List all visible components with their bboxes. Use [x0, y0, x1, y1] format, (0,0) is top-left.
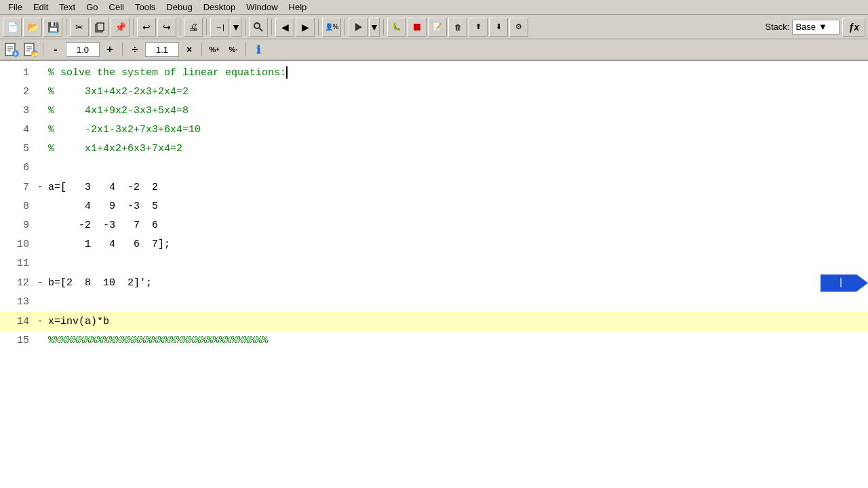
menu-window[interactable]: Window — [241, 1, 283, 13]
cut-button[interactable]: ✂ — [70, 18, 89, 37]
menu-go[interactable]: Go — [81, 1, 103, 13]
indent-dropdown[interactable]: ▼ — [231, 18, 241, 37]
stack-area: Stack: Base ▼ ƒx — [765, 18, 865, 37]
editor-line-15[interactable]: 15%%%%%%%%%%%%%%%%%%%%%%%%%%%%%%%%%%%% — [0, 331, 868, 350]
stop-icon — [412, 22, 422, 32]
editor-line-6[interactable]: 6 — [0, 159, 868, 178]
menu-file[interactable]: File — [3, 1, 28, 13]
indent-button[interactable]: →| — [210, 18, 229, 37]
line-content-8: 4 9 -3 5 — [48, 197, 868, 216]
menubar: File Edit Text Go Cell Tools Debug Deskt… — [0, 0, 868, 15]
editor-line-3[interactable]: 3% 4x1+9x2-3x3+5x4=8 — [0, 102, 868, 121]
line-number-7: 7 — [0, 178, 37, 197]
run-button[interactable] — [349, 18, 368, 37]
nav-back-button[interactable]: ◀ — [275, 18, 294, 37]
menu-tools[interactable]: Tools — [130, 1, 161, 13]
run-dropdown[interactable]: ▼ — [369, 18, 380, 37]
line-content-3: % 4x1+9x2-3x3+5x4=8 — [48, 102, 868, 121]
menu-help[interactable]: Help — [283, 1, 313, 13]
line-number-5: 5 — [0, 140, 37, 159]
separator-8 — [344, 19, 345, 35]
svg-marker-4 — [355, 23, 362, 31]
divide-button[interactable]: ÷ — [126, 41, 144, 58]
line-marker-14: - — [37, 312, 48, 331]
editor-line-4[interactable]: 4% -2x1-3x2+7x3+6x4=10 — [0, 121, 868, 140]
line-number-11: 11 — [0, 254, 37, 273]
minus-button[interactable]: - — [47, 41, 64, 58]
cell-down-button[interactable]: ⬇ — [489, 18, 508, 37]
editor-line-8[interactable]: 8 4 9 -3 5 — [0, 197, 868, 216]
editor-line-12[interactable]: 12-b=[2 8 10 2]';| — [0, 273, 868, 293]
line-number-1: 1 — [0, 64, 37, 83]
percent-minus-button[interactable]: %- — [224, 41, 242, 58]
options-button[interactable]: ⚙ — [509, 18, 528, 37]
delete-cell-button[interactable]: 🗑 — [448, 18, 467, 37]
search-button[interactable] — [249, 18, 268, 37]
new-cell-button[interactable]: 📝 — [428, 18, 447, 37]
new-file-button[interactable]: 📄 — [3, 18, 22, 37]
print-button[interactable]: 🖨 — [184, 18, 203, 37]
editor-line-2[interactable]: 2% 3x1+4x2-2x3+2x4=2 — [0, 83, 868, 102]
editor-line-1[interactable]: 1% solve the system of linear equations: — [0, 64, 868, 83]
editor-line-13[interactable]: 13 — [0, 293, 868, 312]
separator-4 — [206, 19, 207, 35]
menu-cell[interactable]: Cell — [104, 1, 130, 13]
value2-input[interactable] — [145, 42, 179, 57]
line-content-9: -2 -3 7 6 — [48, 216, 868, 235]
blue-arrow-annotation: | — [821, 274, 868, 292]
editor-line-14[interactable]: 14-x=inv(a)*b — [0, 312, 868, 331]
cell-up-button[interactable]: ⬆ — [469, 18, 488, 37]
new-script-icon: + — [4, 42, 19, 57]
open-script-button[interactable]: 📂 — [22, 41, 39, 58]
open-button[interactable]: 📂 — [23, 18, 42, 37]
fx-button[interactable]: ƒx — [842, 18, 865, 37]
info-button[interactable]: ℹ — [250, 41, 267, 58]
separator-9 — [383, 19, 384, 35]
stop-button[interactable] — [408, 18, 427, 37]
editor-line-5[interactable]: 5% x1+4x2+6x3+7x4=2 — [0, 140, 868, 159]
menu-desktop[interactable]: Desktop — [198, 1, 241, 13]
line-number-2: 2 — [0, 83, 37, 102]
open-script-icon: 📂 — [23, 42, 38, 57]
save-button[interactable]: 💾 — [43, 18, 62, 37]
svg-rect-1 — [97, 23, 104, 30]
arrow-cursor: | — [837, 277, 844, 289]
nav-fwd-button[interactable]: ▶ — [296, 18, 315, 37]
separator-7 — [318, 19, 319, 35]
editor-content: 1% solve the system of linear equations:… — [0, 61, 868, 353]
profile-button[interactable]: 👤% — [322, 18, 341, 37]
svg-point-2 — [254, 23, 260, 28]
separator-6 — [271, 19, 272, 35]
line-number-4: 4 — [0, 121, 37, 140]
line-content-7: a=[ 3 4 -2 2 — [48, 178, 868, 197]
percent-plus-button[interactable]: %+ — [205, 41, 223, 58]
svg-rect-5 — [414, 24, 420, 30]
menu-edit[interactable]: Edit — [28, 1, 54, 13]
secondary-toolbar: + 📂 - + ÷ × %+ %- ℹ — [0, 39, 868, 61]
stack-dropdown[interactable]: Base ▼ — [792, 20, 840, 35]
editor-line-11[interactable]: 11 — [0, 254, 868, 273]
stack-value: Base — [795, 22, 816, 32]
value1-input[interactable] — [66, 42, 100, 57]
editor-line-10[interactable]: 10 1 4 6 7]; — [0, 235, 868, 254]
redo-button[interactable]: ↪ — [157, 18, 176, 37]
undo-button[interactable]: ↩ — [137, 18, 156, 37]
editor-area[interactable]: 1% solve the system of linear equations:… — [0, 61, 868, 488]
plus-button[interactable]: + — [101, 41, 119, 58]
copy-icon — [94, 22, 105, 33]
copy-button[interactable] — [90, 18, 109, 37]
debug-button[interactable]: 🐛 — [387, 18, 406, 37]
line-content-4: % -2x1-3x2+7x3+6x4=10 — [48, 121, 868, 140]
tb2-separator-2 — [122, 43, 123, 56]
close-button[interactable]: × — [180, 41, 198, 58]
line-number-13: 13 — [0, 293, 37, 312]
line-number-3: 3 — [0, 102, 37, 121]
editor-line-7[interactable]: 7-a=[ 3 4 -2 2 — [0, 178, 868, 197]
new-script-button[interactable]: + — [3, 41, 20, 58]
stack-label: Stack: — [765, 22, 789, 32]
editor-line-9[interactable]: 9 -2 -3 7 6 — [0, 216, 868, 235]
menu-text[interactable]: Text — [54, 1, 81, 13]
menu-debug[interactable]: Debug — [161, 1, 197, 13]
line-content-14: x=inv(a)*b — [48, 312, 868, 331]
paste-button[interactable]: 📌 — [111, 18, 130, 37]
